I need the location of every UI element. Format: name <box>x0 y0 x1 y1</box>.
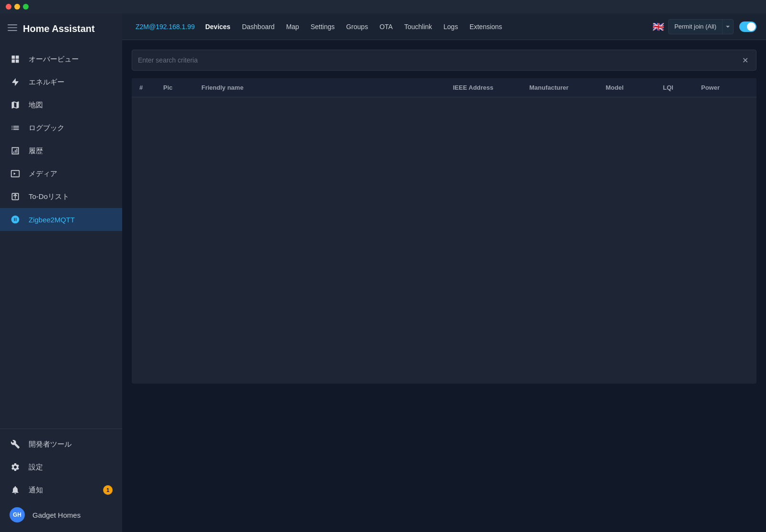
app-layout: Home Assistant オーバービュー エネルギー <box>0 13 766 532</box>
topbar: Z2M@192.168.1.99 Devices Dashboard Map S… <box>122 13 766 40</box>
sidebar-item-energy[interactable]: エネルギー <box>0 71 122 94</box>
bell-icon <box>10 484 21 496</box>
col-manufacturer: Manufacturer <box>529 84 606 91</box>
sidebar-item-overview[interactable]: オーバービュー <box>0 48 122 71</box>
todo-icon <box>10 191 21 202</box>
sidebar-item-notifications[interactable]: 通知 1 <box>0 479 122 501</box>
traffic-lights <box>6 4 29 10</box>
topbar-nav-devices[interactable]: Devices <box>200 21 235 32</box>
main-content: Z2M@192.168.1.99 Devices Dashboard Map S… <box>122 13 766 532</box>
permit-join-toggle[interactable] <box>739 21 756 32</box>
topbar-connection-link[interactable]: Z2M@192.168.1.99 <box>132 21 199 32</box>
close-button[interactable] <box>6 4 11 10</box>
gear-icon <box>10 461 21 473</box>
col-pic: Pic <box>163 84 201 91</box>
col-number: # <box>139 84 163 91</box>
topbar-nav-ota[interactable]: OTA <box>375 21 398 32</box>
topbar-nav-map[interactable]: Map <box>281 21 304 32</box>
sidebar: Home Assistant オーバービュー エネルギー <box>0 13 122 532</box>
sidebar-bottom: 開発者ツール 設定 通知 1 GH Gadget Homes <box>0 428 122 532</box>
svg-rect-2 <box>8 30 17 31</box>
sidebar-item-map[interactable]: 地図 <box>0 94 122 116</box>
avatar: GH <box>10 507 25 522</box>
permit-join-toggle-knob <box>747 22 756 31</box>
table-body <box>132 97 756 384</box>
search-clear-button[interactable]: ✕ <box>740 54 750 67</box>
topbar-nav-extensions[interactable]: Extensions <box>465 21 507 32</box>
devices-table: # Pic Friendly name IEEE Address Manufac… <box>132 78 756 384</box>
list-icon <box>10 122 21 134</box>
permit-join-label[interactable]: Permit join (All) <box>669 23 722 30</box>
col-power: Power <box>701 84 749 91</box>
topbar-nav-dashboard[interactable]: Dashboard <box>237 21 280 32</box>
table-header: # Pic Friendly name IEEE Address Manufac… <box>132 78 756 97</box>
sidebar-item-devtools[interactable]: 開発者ツール <box>0 433 122 456</box>
sidebar-item-settings[interactable]: 設定 <box>0 456 122 479</box>
grid-icon <box>10 53 21 65</box>
sidebar-nav: オーバービュー エネルギー 地図 ログブック <box>0 44 122 428</box>
sidebar-header: Home Assistant <box>0 13 122 44</box>
app-title: Home Assistant <box>23 23 94 34</box>
svg-rect-1 <box>8 27 17 28</box>
sidebar-item-todo[interactable]: To-Doリスト <box>0 185 122 208</box>
map-icon <box>10 99 21 111</box>
zigbee-icon <box>10 214 21 225</box>
search-input[interactable] <box>138 56 740 64</box>
menu-icon[interactable] <box>8 23 17 35</box>
sidebar-item-media[interactable]: メディア <box>0 162 122 185</box>
topbar-nav-touchlink[interactable]: Touchlink <box>399 21 437 32</box>
sidebar-item-logbook[interactable]: ログブック <box>0 116 122 139</box>
maximize-button[interactable] <box>23 4 29 10</box>
permit-join-dropdown[interactable] <box>722 20 733 34</box>
sidebar-item-history[interactable]: 履歴 <box>0 139 122 162</box>
lightning-icon <box>10 76 21 88</box>
topbar-nav-groups[interactable]: Groups <box>341 21 373 32</box>
col-lqi: LQI <box>663 84 701 91</box>
permit-join-button[interactable]: Permit join (All) <box>668 19 734 34</box>
minimize-button[interactable] <box>14 4 20 10</box>
svg-rect-0 <box>8 24 17 25</box>
language-flag[interactable]: 🇬🇧 <box>651 19 666 34</box>
sidebar-item-user[interactable]: GH Gadget Homes <box>0 501 122 528</box>
topbar-nav-settings[interactable]: Settings <box>306 21 340 32</box>
chart-icon <box>10 145 21 156</box>
content-area: ✕ # Pic Friendly name IEEE Address Manuf… <box>122 40 766 532</box>
col-friendly-name: Friendly name <box>201 84 453 91</box>
titlebar <box>0 0 766 13</box>
search-container: ✕ <box>132 50 756 71</box>
media-icon <box>10 168 21 179</box>
topbar-nav-logs[interactable]: Logs <box>439 21 462 32</box>
wrench-icon <box>10 438 21 450</box>
notification-badge: 1 <box>103 485 113 495</box>
sidebar-item-zigbee2mqtt[interactable]: Zigbee2MQTT <box>0 208 122 231</box>
col-ieee-address: IEEE Address <box>453 84 529 91</box>
col-model: Model <box>606 84 663 91</box>
